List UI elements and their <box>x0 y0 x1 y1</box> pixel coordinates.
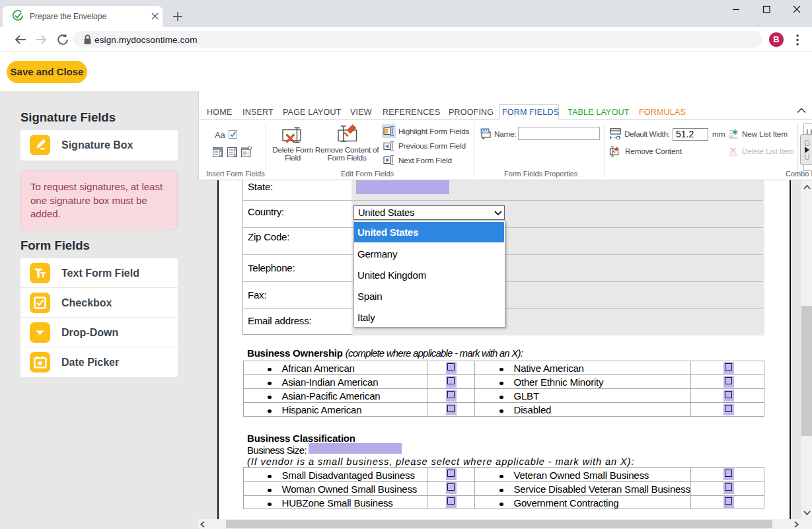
svg-text:NM: NM <box>482 129 489 133</box>
